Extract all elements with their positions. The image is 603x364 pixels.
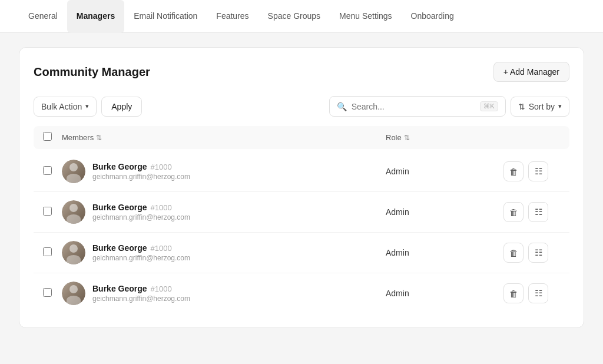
table-row: Burke George #1000 geichmann.griffin@her…: [34, 192, 569, 233]
tab-managers[interactable]: Managers: [67, 0, 124, 33]
row-actions: 🗑 ☷: [503, 161, 560, 181]
community-manager-card: Community Manager + Add Manager Bulk Act…: [19, 47, 584, 328]
row-actions: 🗑 ☷: [503, 243, 560, 263]
tab-features[interactable]: Features: [207, 0, 258, 33]
chevron-down-icon: ▾: [558, 102, 562, 110]
row-actions: 🗑 ☷: [503, 202, 560, 222]
table-row: Burke George #1000 geichmann.griffin@her…: [34, 233, 569, 273]
tab-general[interactable]: General: [19, 0, 67, 33]
member-id: #1000: [151, 203, 172, 212]
member-name: Burke George: [92, 284, 147, 293]
tab-space-groups[interactable]: Space Groups: [259, 0, 330, 33]
card-header: Community Manager + Add Manager: [34, 62, 569, 82]
row-checkbox[interactable]: [43, 207, 52, 216]
chevron-down-icon: ▾: [85, 102, 89, 110]
edit-button[interactable]: ☷: [528, 243, 548, 263]
table-row: Burke George #1000 geichmann.griffin@her…: [34, 151, 569, 192]
sort-arrows-icon: ⇅: [404, 134, 410, 142]
member-email: geichmann.griffin@herzog.com: [92, 294, 386, 303]
search-icon: 🔍: [337, 102, 347, 111]
avatar: [62, 200, 85, 224]
member-info: Burke George #1000 geichmann.griffin@her…: [92, 243, 386, 262]
column-header-role[interactable]: Role ⇅: [386, 133, 503, 142]
delete-button[interactable]: 🗑: [503, 283, 524, 303]
row-checkbox[interactable]: [43, 288, 52, 297]
member-role: Admin: [386, 289, 503, 298]
member-info: Burke George #1000 geichmann.griffin@her…: [92, 162, 386, 181]
apply-button[interactable]: Apply: [101, 97, 142, 117]
member-name: Burke George: [92, 162, 147, 171]
table-body: Burke George #1000 geichmann.griffin@her…: [34, 151, 569, 313]
delete-button[interactable]: 🗑: [503, 161, 524, 181]
edit-button[interactable]: ☷: [528, 202, 548, 222]
member-name: Burke George: [92, 203, 147, 212]
sort-button[interactable]: ⇅ Sort by ▾: [511, 97, 569, 117]
member-name: Burke George: [92, 243, 147, 253]
sort-arrows-icon: ⇅: [96, 134, 102, 142]
delete-button[interactable]: 🗑: [503, 243, 524, 263]
bulk-action-label: Bulk Action: [41, 102, 82, 111]
avatar: [62, 160, 85, 183]
member-id: #1000: [151, 163, 172, 171]
edit-button[interactable]: ☷: [528, 283, 548, 303]
sort-icon: ⇅: [518, 102, 525, 111]
edit-button[interactable]: ☷: [528, 161, 548, 181]
search-input[interactable]: [352, 102, 476, 111]
row-checkbox[interactable]: [43, 247, 52, 256]
member-email: geichmann.griffin@herzog.com: [92, 173, 386, 181]
member-role: Admin: [386, 167, 503, 176]
member-email: geichmann.griffin@herzog.com: [92, 254, 386, 262]
member-id: #1000: [151, 244, 172, 253]
sort-label: Sort by: [529, 102, 555, 111]
column-header-member[interactable]: Members ⇅: [62, 133, 386, 142]
search-box: 🔍 ⌘K: [329, 96, 506, 117]
table-row: Burke George #1000 geichmann.griffin@her…: [34, 273, 569, 313]
add-manager-button[interactable]: + Add Manager: [493, 62, 569, 82]
member-info: Burke George #1000 geichmann.griffin@her…: [92, 203, 386, 221]
member-email: geichmann.griffin@herzog.com: [92, 213, 386, 221]
main-content: Community Manager + Add Manager Bulk Act…: [0, 33, 603, 342]
member-role: Admin: [386, 248, 503, 257]
delete-button[interactable]: 🗑: [503, 202, 524, 222]
avatar: [62, 282, 85, 305]
top-nav: General Managers Email Notification Feat…: [0, 0, 603, 33]
search-shortcut: ⌘K: [480, 101, 498, 111]
tab-menu-settings[interactable]: Menu Settings: [330, 0, 402, 33]
row-checkbox[interactable]: [43, 166, 52, 175]
toolbar: Bulk Action ▾ Apply 🔍 ⌘K ⇅ Sort by ▾: [34, 96, 569, 117]
select-all-checkbox[interactable]: [43, 132, 52, 141]
card-title: Community Manager: [34, 65, 150, 79]
tab-onboarding[interactable]: Onboarding: [402, 0, 463, 33]
tab-email-notification[interactable]: Email Notification: [124, 0, 207, 33]
table-header: Members ⇅ Role ⇅: [34, 126, 569, 149]
avatar: [62, 241, 85, 264]
member-role: Admin: [386, 207, 503, 217]
row-actions: 🗑 ☷: [503, 283, 560, 303]
bulk-action-button[interactable]: Bulk Action ▾: [34, 97, 97, 117]
member-id: #1000: [151, 284, 172, 293]
member-info: Burke George #1000 geichmann.griffin@her…: [92, 284, 386, 303]
